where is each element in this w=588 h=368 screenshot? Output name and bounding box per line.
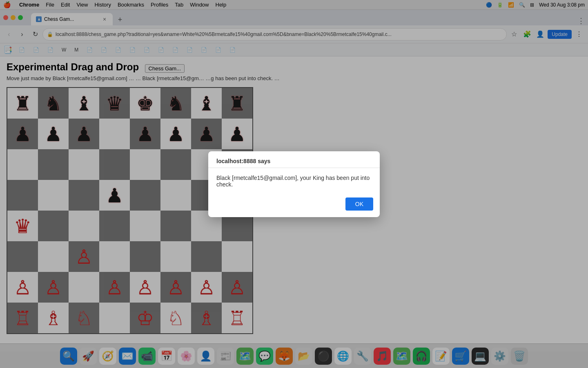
dialog-title: localhost:8888 says bbox=[216, 158, 372, 164]
dialog-title-bar: localhost:8888 says bbox=[208, 151, 380, 168]
dialog-body: Black [rmetcalfe15@gmail.com], your King… bbox=[208, 168, 380, 194]
dialog-ok-button[interactable]: OK bbox=[345, 197, 373, 211]
dialog-box: localhost:8888 says Black [rmetcalfe15@g… bbox=[208, 151, 380, 217]
dialog-overlay: localhost:8888 says Black [rmetcalfe15@g… bbox=[0, 0, 588, 368]
dialog-footer: OK bbox=[208, 194, 380, 217]
